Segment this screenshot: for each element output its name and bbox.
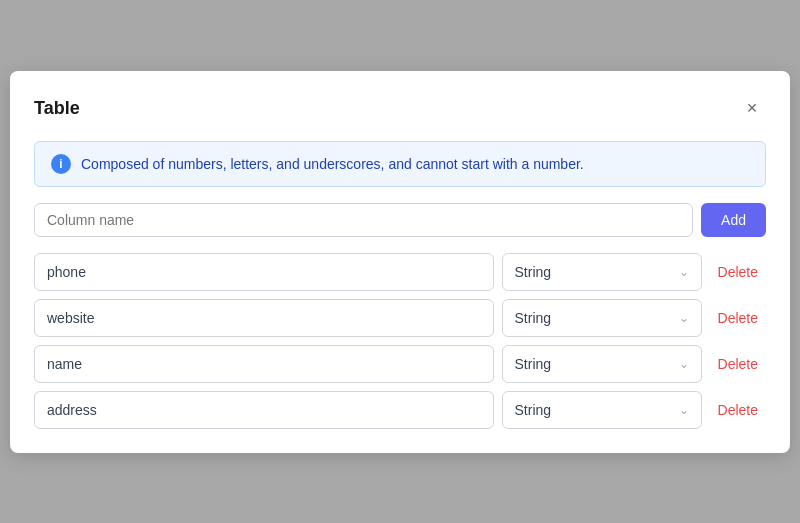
table-row: String ⌄ Delete (34, 345, 766, 383)
delete-button[interactable]: Delete (710, 306, 766, 330)
delete-button[interactable]: Delete (710, 398, 766, 422)
close-button[interactable]: × (738, 95, 766, 123)
type-select[interactable]: String ⌄ (502, 391, 702, 429)
modal-header: Table × (34, 95, 766, 123)
type-select-value: String (515, 356, 552, 372)
table-rows: String ⌄ Delete String ⌄ Delete String ⌄… (34, 253, 766, 429)
row-name-input[interactable] (34, 345, 494, 383)
close-icon: × (747, 98, 758, 119)
chevron-down-icon: ⌄ (679, 403, 689, 417)
add-button[interactable]: Add (701, 203, 766, 237)
delete-button[interactable]: Delete (710, 260, 766, 284)
table-row: String ⌄ Delete (34, 253, 766, 291)
table-row: String ⌄ Delete (34, 299, 766, 337)
type-select[interactable]: String ⌄ (502, 345, 702, 383)
type-select-value: String (515, 310, 552, 326)
type-select[interactable]: String ⌄ (502, 299, 702, 337)
row-name-input[interactable] (34, 299, 494, 337)
type-select-value: String (515, 264, 552, 280)
delete-button[interactable]: Delete (710, 352, 766, 376)
chevron-down-icon: ⌄ (679, 357, 689, 371)
modal-container: Table × i Composed of numbers, letters, … (10, 71, 790, 453)
type-select[interactable]: String ⌄ (502, 253, 702, 291)
type-select-value: String (515, 402, 552, 418)
info-message: Composed of numbers, letters, and unders… (81, 156, 584, 172)
column-name-input[interactable] (34, 203, 693, 237)
modal-title: Table (34, 98, 80, 119)
input-row: Add (34, 203, 766, 237)
info-icon: i (51, 154, 71, 174)
modal-overlay: Table × i Composed of numbers, letters, … (0, 0, 800, 523)
chevron-down-icon: ⌄ (679, 265, 689, 279)
table-row: String ⌄ Delete (34, 391, 766, 429)
info-banner: i Composed of numbers, letters, and unde… (34, 141, 766, 187)
chevron-down-icon: ⌄ (679, 311, 689, 325)
row-name-input[interactable] (34, 253, 494, 291)
row-name-input[interactable] (34, 391, 494, 429)
